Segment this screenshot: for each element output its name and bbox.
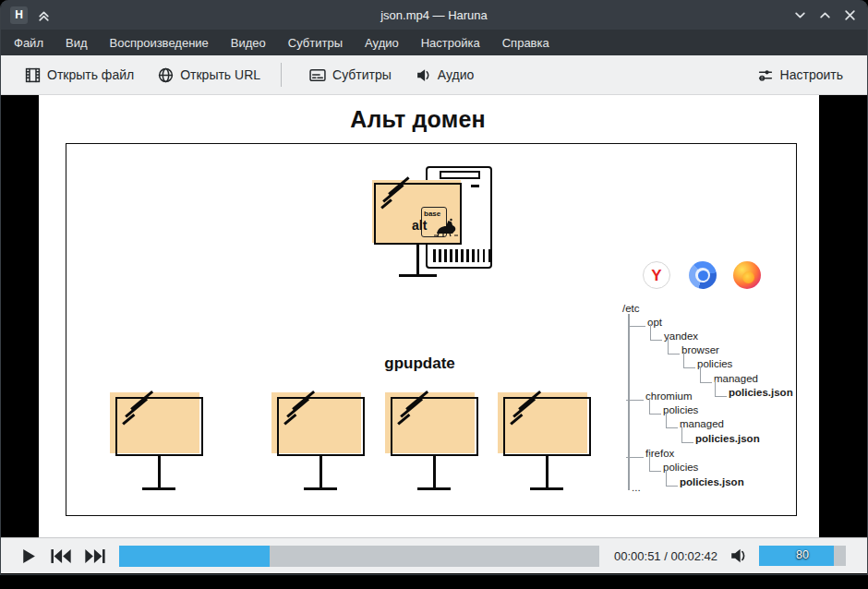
subtitles-button[interactable]: Субтитры [309,67,392,83]
skip-next-icon [84,548,107,564]
open-url-label: Открыть URL [180,67,260,82]
yandex-letter: Y [651,268,661,283]
toolbar: Открыть файл Открыть URL Субтитры Аудио [1,55,867,95]
menu-video[interactable]: Видео [231,36,266,50]
menubar: Файл Вид Воспроизведение Видео Субтитры … [1,30,867,55]
skip-previous-icon [49,548,72,564]
menu-subtitles[interactable]: Субтитры [288,36,343,50]
seek-slider-fill [119,546,270,567]
video-frame-slide: Альт домен base alt [39,95,819,537]
play-button[interactable] [19,547,37,565]
film-icon [25,67,41,83]
admin-monitor-stand [416,245,419,275]
close-button[interactable] [843,8,856,21]
server-button [471,185,479,187]
tree-row: ... [632,481,641,494]
menu-audio[interactable]: Аудио [365,36,399,50]
configure-button[interactable]: Настроить [757,67,843,83]
play-icon [19,547,37,565]
playback-controls: 00:00:51 / 00:02:42 80 [1,537,867,573]
subtitles-label: Субтитры [332,67,392,82]
tree-row: policies.json [695,432,760,445]
previous-button[interactable] [49,548,72,564]
volume-icon[interactable] [729,547,748,564]
basealt-dog-icon [433,213,459,237]
sliders-icon [757,67,774,83]
chromium-icon [689,261,717,289]
volume-slider[interactable]: 80 [759,546,846,566]
menu-settings[interactable]: Настройка [421,36,480,50]
menu-help[interactable]: Справка [502,36,549,50]
open-file-button[interactable]: Открыть файл [25,67,134,83]
window-title: json.mp4 — Haruna [1,8,867,22]
volume-value: 80 [796,548,809,561]
menu-playback[interactable]: Воспроизведение [110,36,209,50]
server-vents [433,249,490,262]
open-url-button[interactable]: Открыть URL [158,67,260,83]
menu-file[interactable]: Файл [14,36,43,50]
subtitles-icon [309,67,326,83]
admin-monitor-base [399,274,437,277]
audio-label: Аудио [438,67,475,82]
window-controls [793,8,867,21]
audio-button[interactable]: Аудио [416,67,475,83]
tree-row: policies.json [680,475,744,488]
menu-view[interactable]: Вид [66,36,88,50]
maximize-button[interactable] [818,8,831,21]
screen-shine [376,185,379,187]
tree-trunk-line [628,314,630,490]
server-drive-slot [440,171,480,179]
next-button[interactable] [84,548,107,564]
firefox-icon [733,261,761,289]
toolbar-separator [281,63,282,87]
haruna-window: H json.mp4 — Haruna Файл Вид Воспроизвед… [0,0,868,575]
minimize-button[interactable] [793,8,806,21]
open-file-label: Открыть файл [47,67,134,82]
basealt-logo-alt: alt [412,218,427,233]
yandex-browser-icon: Y [643,261,670,289]
speaker-icon [416,67,431,83]
titlebar[interactable]: H json.mp4 — Haruna [1,0,867,30]
slide-title: Альт домен [39,106,797,133]
globe-icon [158,67,174,83]
time-display: 00:00:51 / 00:02:42 [614,549,717,563]
seek-slider[interactable] [119,546,599,567]
configure-label: Настроить [780,67,843,82]
video-area[interactable]: Альт домен base alt [1,95,867,537]
tree-row: policies.json [729,386,793,399]
